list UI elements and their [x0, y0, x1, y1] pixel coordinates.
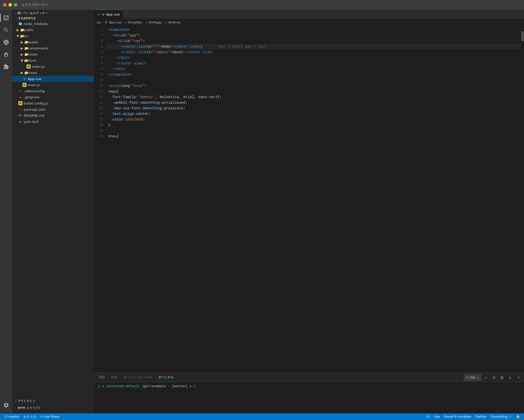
terminal-split-btn[interactable]: ⊟ — [490, 374, 497, 381]
terminal-collapse-btn[interactable]: ∧ — [507, 374, 514, 381]
status-notification[interactable]: 🔔 — [514, 415, 522, 418]
language-label: Vue — [434, 415, 440, 418]
breadcrumb-appvue[interactable]: V App.vue — [105, 21, 121, 24]
activity-explorer[interactable] — [0, 12, 12, 24]
status-language[interactable]: Vue — [432, 415, 442, 418]
tag-router-view: <router-view/> — [117, 61, 147, 66]
tree-item-babel-config[interactable]: JS babel.config.js — [12, 100, 94, 106]
status-right: LF Vue Found 0 variables Prettier Format… — [425, 415, 522, 418]
close-button[interactable] — [3, 3, 7, 7]
punct-eq-5: = — [130, 83, 132, 89]
js-icon: JS — [27, 64, 31, 69]
code-line-13: font-family : 'Avenir' , Helvetica, Aria… — [106, 94, 521, 100]
sidebar: › 開いているエディター ⌄ EXAMPLE node_modules ▶ 📁 … — [12, 10, 94, 413]
val-color: #2c3e50; — [128, 117, 145, 122]
sidebar-bottom: › アウトライン › NPM スクリプト — [12, 398, 94, 413]
tree-item-assets[interactable]: ▶ 📁 assets — [12, 39, 94, 45]
status-variables[interactable]: Found 0 variables — [442, 415, 473, 418]
terminal-close-btn[interactable]: × — [515, 374, 522, 381]
tag-style-bracket: > — [145, 83, 147, 89]
src-label: src — [24, 34, 29, 38]
tree-item-store[interactable]: ▼ 📂 store — [12, 57, 94, 63]
colon-17: : — [123, 117, 125, 122]
colon-13: : — [136, 94, 138, 100]
tree-item-main-js[interactable]: JS main.js — [12, 82, 94, 88]
outline-chevron: › — [15, 400, 17, 402]
minimize-button[interactable] — [8, 3, 12, 7]
tree-item-router[interactable]: ▶ 📁 router — [12, 51, 94, 57]
tree-item-package-json[interactable]: { } package.json — [12, 106, 94, 112]
tag-div-app-open: <div — [113, 33, 121, 38]
breadcrumb-divnav[interactable]: ◇ div#nav — [165, 21, 181, 24]
tree-item-yarn-lock[interactable]: ● yarn.lock — [12, 119, 94, 125]
terminal-shell-dropdown[interactable]: 1: zsh ⌄ — [464, 374, 481, 381]
code-content[interactable]: <template> <div id = "app" > <div id — [106, 26, 521, 373]
indent-13 — [108, 94, 113, 100]
status-live-share[interactable]: ↗ Live Share — [38, 413, 61, 420]
live-share-label: Live Share — [43, 415, 59, 418]
tree-item-views[interactable]: ▶ 📁 views — [12, 70, 94, 76]
status-errors[interactable]: ⊘ 0 ⚠ 0 — [21, 413, 38, 420]
tag-style: <style — [108, 83, 121, 89]
tab-close-icon[interactable]: × — [97, 12, 101, 17]
status-formatting[interactable]: Formatting: ✓ — [489, 415, 514, 418]
terminal-delete-btn[interactable]: 🗑 — [498, 374, 506, 381]
tab-output[interactable]: 出力 — [108, 373, 120, 382]
tab-problems[interactable]: 問題 — [96, 373, 108, 382]
tab-debug-console[interactable]: デバッグ コンソール — [120, 373, 155, 382]
code-editor[interactable]: 1 2 3 4 5 6 7 8 9 10 11 12 13 14 15 16 1… — [94, 26, 524, 373]
code-line-20: #nav { — [106, 134, 521, 139]
open-editors-section[interactable]: › 開いているエディター — [12, 10, 94, 16]
tab-app-vue[interactable]: × V App.vue — [94, 10, 123, 19]
npm-scripts-section[interactable]: › NPM スクリプト — [12, 404, 94, 411]
indent-16 — [108, 111, 113, 117]
tree-item-public[interactable]: ▶ 📁 public — [12, 27, 94, 33]
tree-item-src[interactable]: ▼ 📂 src — [12, 33, 94, 39]
tree-item-app-vue[interactable]: V App.vue — [12, 76, 94, 82]
scrollbar[interactable] — [521, 26, 524, 373]
yarn-icon: ● — [18, 120, 22, 124]
maximize-button[interactable] — [14, 3, 17, 7]
tag-div-app-close: </div> — [113, 66, 125, 72]
status-encoding[interactable]: LF — [425, 415, 432, 418]
scrollbar-thumb[interactable] — [521, 31, 523, 41]
terminal-content[interactable]: ( ✦ |minikube:default )git/example - [ma… — [94, 382, 524, 413]
terminal-add-btn[interactable]: + — [482, 374, 489, 381]
activity-extensions[interactable] — [0, 61, 12, 73]
package-json-label: package.json — [24, 108, 46, 111]
tree-item-index-js[interactable]: JS index.js — [12, 63, 94, 70]
tab-terminal[interactable]: ターミナル — [155, 373, 177, 382]
example-section[interactable]: ⌄ EXAMPLE — [12, 16, 94, 21]
colon-15: : — [162, 106, 164, 111]
activity-settings[interactable] — [0, 399, 12, 411]
breadcrumb-src[interactable]: src — [97, 21, 102, 24]
brace-open-20: { — [117, 134, 119, 139]
status-branch[interactable]: ⎇ master — [2, 413, 21, 420]
tree-item-editorconfig[interactable]: ⚙ .editorconfig — [12, 88, 94, 94]
status-formatter[interactable]: Prettier — [473, 415, 489, 418]
tree-item-components[interactable]: ▶ 📁 components — [12, 45, 94, 51]
breadcrumb-template[interactable]: ◇ template — [125, 21, 142, 24]
breadcrumb-divapp[interactable]: ◇ div#app — [145, 21, 161, 24]
notification-icon: 🔔 — [516, 415, 520, 418]
outline-section[interactable]: › アウトライン — [12, 398, 94, 404]
ln-6: 6 — [94, 55, 103, 61]
tree-item-gitignore[interactable]: ◆ .gitignore — [12, 94, 94, 100]
indent-8 — [108, 66, 113, 72]
activity-search[interactable] — [0, 24, 12, 36]
assets-label: assets — [28, 40, 38, 44]
ln-3: 3 — [94, 38, 103, 44]
breadcrumb-sep-3: › — [143, 21, 144, 24]
tree-item-readme[interactable]: M↓ README.md — [12, 112, 94, 119]
outline-label: アウトライン — [18, 399, 35, 403]
val-nav: "nav" — [132, 38, 142, 44]
attr-to-2: to — [147, 49, 151, 55]
terminal-path: )git/example - [master] » □ — [142, 384, 196, 388]
git-annotation-4: You, 3 hours ago • init — [203, 44, 267, 49]
open-editors-label: 開いているエディター — [18, 11, 48, 15]
activity-debug[interactable] — [0, 48, 12, 61]
ln-2: 2 — [94, 33, 103, 38]
activity-source-control[interactable] — [0, 36, 12, 48]
tag-div-nav-bracket: > — [142, 38, 144, 44]
tree-item-node-modules[interactable]: node_modules — [12, 21, 94, 27]
